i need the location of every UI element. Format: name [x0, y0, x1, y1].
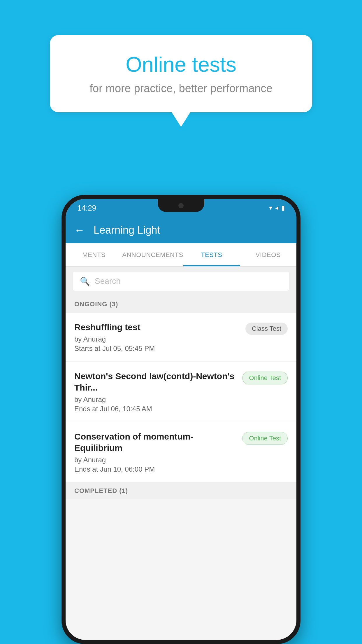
tab-tests[interactable]: TESTS	[183, 243, 240, 266]
signal-icon: ◂	[275, 204, 278, 212]
test-badge-3: Online Test	[242, 432, 288, 445]
test-badge-2: Online Test	[242, 372, 288, 384]
test-time-3: Ends at Jun 10, 06:00 PM	[74, 465, 236, 473]
test-name-3: Conservation of momentum-Equilibrium	[74, 431, 236, 454]
app-bar-title: Learning Light	[94, 224, 160, 236]
completed-section-label: COMPLETED (1)	[66, 482, 296, 499]
back-button[interactable]: ←	[74, 224, 85, 236]
test-item-3[interactable]: Conservation of momentum-Equilibrium by …	[66, 422, 296, 482]
wifi-icon: ▾	[269, 204, 272, 212]
test-item-2[interactable]: Newton's Second law(contd)-Newton's Thir…	[66, 362, 296, 422]
phone-wrapper: 14:29 ▾ ◂ ▮ ← Learning Light MENTS	[61, 195, 301, 644]
app-bar: ← Learning Light	[66, 217, 296, 243]
status-bar: 14:29 ▾ ◂ ▮	[66, 199, 296, 217]
notch	[158, 199, 204, 212]
test-item-1[interactable]: Reshuffling test by Anurag Starts at Jul…	[66, 313, 296, 362]
bubble-subtitle: for more practice, better performance	[73, 82, 289, 95]
tab-ments[interactable]: MENTS	[66, 243, 122, 266]
search-placeholder: Search	[95, 276, 121, 286]
bubble-title: Online tests	[73, 52, 289, 76]
test-author-2: by Anurag	[74, 396, 236, 404]
test-author-3: by Anurag	[74, 456, 236, 464]
tests-list: Reshuffling test by Anurag Starts at Jul…	[66, 313, 296, 499]
tab-videos[interactable]: VIDEOS	[240, 243, 296, 266]
test-name-1: Reshuffling test	[74, 321, 240, 333]
phone-screen: 14:29 ▾ ◂ ▮ ← Learning Light MENTS	[66, 199, 296, 640]
speech-bubble: Online tests for more practice, better p…	[50, 35, 312, 112]
search-container: 🔍 Search	[66, 267, 296, 296]
tab-announcements[interactable]: ANNOUNCEMENTS	[122, 243, 183, 266]
camera-dot	[178, 203, 184, 208]
status-time: 14:29	[77, 204, 96, 213]
test-author-1: by Anurag	[74, 335, 240, 343]
test-info-1: Reshuffling test by Anurag Starts at Jul…	[74, 321, 245, 353]
status-icons: ▾ ◂ ▮	[269, 204, 285, 212]
test-badge-1: Class Test	[245, 323, 288, 335]
test-info-3: Conservation of momentum-Equilibrium by …	[74, 431, 242, 473]
ongoing-section-label: ONGOING (3)	[66, 296, 296, 313]
speech-bubble-container: Online tests for more practice, better p…	[50, 35, 312, 112]
tabs-bar: MENTS ANNOUNCEMENTS TESTS VIDEOS	[66, 243, 296, 267]
test-time-1: Starts at Jul 05, 05:45 PM	[74, 344, 240, 353]
search-icon: 🔍	[80, 276, 90, 286]
phone-outer: 14:29 ▾ ◂ ▮ ← Learning Light MENTS	[61, 195, 301, 644]
test-name-2: Newton's Second law(contd)-Newton's Thir…	[74, 370, 236, 393]
battery-icon: ▮	[281, 204, 285, 212]
test-time-2: Ends at Jul 06, 10:45 AM	[74, 405, 236, 413]
search-bar[interactable]: 🔍 Search	[73, 271, 289, 291]
test-info-2: Newton's Second law(contd)-Newton's Thir…	[74, 370, 242, 413]
